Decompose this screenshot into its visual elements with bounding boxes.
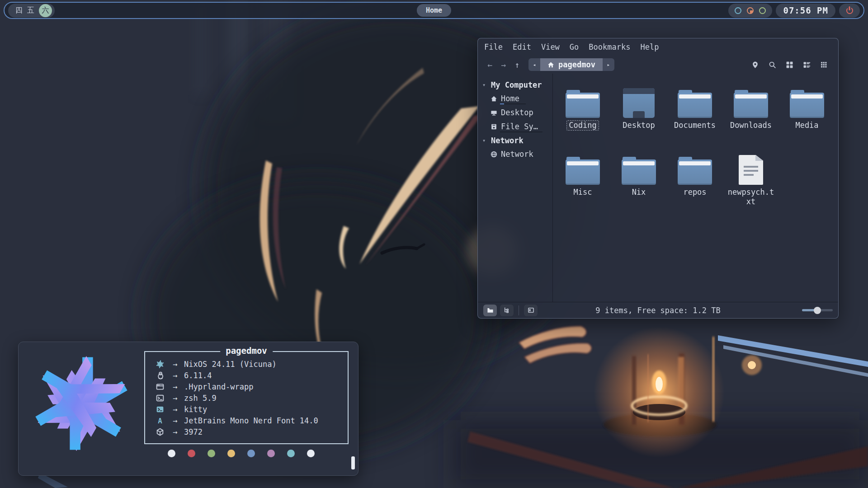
file-desktop[interactable]: Desktop [612,85,665,152]
tree-view-button[interactable] [500,305,514,316]
fetch-row-nixos: → NixOS 24.11 (Vicuna) [154,358,348,370]
current-path-tab[interactable]: pagedmov [540,58,603,71]
folder-icon [566,157,600,185]
tray-orange-ring[interactable] [747,7,754,14]
file-documents[interactable]: Documents [668,85,722,152]
filesystem-icon [491,123,497,130]
menu-view[interactable]: View [536,42,565,53]
menu-go[interactable]: Go [565,42,584,53]
menu-bookmarks[interactable]: Bookmarks [584,42,635,53]
power-button[interactable] [839,4,860,18]
up-button[interactable]: ↑ [510,58,524,71]
zoom-slider[interactable] [802,309,833,311]
expander-icon[interactable]: ▾ [482,137,487,144]
workspace-1[interactable]: 四 [15,7,23,14]
places-icon [751,61,759,69]
fetch-value: 6.11.4 [184,371,212,380]
palette-dot-2 [208,450,215,457]
file-media[interactable]: Media [780,85,834,152]
back-button[interactable]: ← [483,58,497,71]
desktop-icon [491,109,497,116]
file-label: Desktop [620,120,657,131]
sidebar-header-network[interactable]: ▾Network [478,134,552,147]
file-label: newpsych.txt [724,187,778,207]
file-nix[interactable]: Nix [612,152,665,219]
workspace-2[interactable]: 五 [27,7,34,14]
sidebar-item-network[interactable]: Network [478,147,552,161]
palette-dot-3 [227,450,235,457]
side-panel-icon [528,307,534,314]
places-sidebar: ▾My ComputerHomeDesktopFile Sy…▾NetworkN… [478,74,553,302]
tab-scroll-left-icon[interactable]: ◂ [528,58,540,71]
workspace-3-active[interactable]: 六 [39,4,52,17]
menu-file[interactable]: File [484,42,508,53]
fetch-value: 3972 [184,427,203,436]
compact-view-button[interactable] [818,59,829,70]
menu-edit[interactable]: Edit [508,42,536,53]
folder-icon [678,157,712,185]
search-button[interactable] [767,59,778,70]
workspaces-pill: 四五六 [8,4,55,18]
text-file-icon [739,155,763,185]
shell-icon [154,394,166,402]
sidebar-item-filesy[interactable]: File Sy… [478,120,552,134]
palette-dot-5 [267,450,275,457]
file-label: Nix [630,187,648,197]
tab-scroll-right-icon[interactable]: ▸ [603,58,614,71]
compact-view-icon [820,61,828,69]
home-icon [491,95,497,102]
icon-view-icon [786,61,793,69]
home-icon [547,61,554,68]
file-label: Media [793,120,821,131]
terminal-color-palette [168,450,315,457]
arrow-icon: → [166,405,184,414]
list-view-button[interactable] [801,59,812,70]
arrow-icon: → [166,427,184,436]
file-repos[interactable]: repos [668,152,722,219]
sidebar-header-my-computer[interactable]: ▾My Computer [478,78,552,92]
zoom-slider-knob[interactable] [814,307,821,314]
fetch-hostname: pagedmov [220,346,273,356]
toolbar: ← → ↑ ◂ pagedmov ▸ [478,55,838,75]
font-icon: A [156,417,164,425]
fetch-value: .Hyprland-wrapp [184,382,254,391]
icon-view-button[interactable] [784,59,795,70]
palette-dot-6 [287,450,295,457]
nixos-icon [154,360,166,368]
menu-help[interactable]: Help [635,42,664,53]
file-coding[interactable]: Coding [556,85,609,152]
scrollbar-thumb[interactable] [351,456,355,469]
places-button[interactable] [750,59,760,70]
fetch-row-terminal: → kitty [154,404,348,415]
fetch-row-font: A → JetBrains Mono Nerd Font 14.0 [154,415,348,426]
status-text: 9 items, Free space: 1.2 TB [595,306,720,315]
palette-dot-7 [307,450,315,457]
folder-icon [790,90,824,118]
tray-blue-ring[interactable] [735,7,741,14]
font-icon: A [154,417,166,425]
file-label: Misc [571,187,594,197]
tray-pill [728,4,772,18]
expander-icon[interactable]: ▾ [482,82,487,88]
window-manager-icon [156,383,164,391]
sidebar-item-desktop[interactable]: Desktop [478,106,552,120]
tray-green-ring[interactable] [759,7,766,14]
search-icon [769,61,776,69]
folder-icon [566,90,600,118]
packages-icon [154,428,166,436]
file-misc[interactable]: Misc [556,152,609,219]
file-downloads[interactable]: Downloads [724,85,778,152]
sidebar-item-home[interactable]: Home [478,92,552,106]
panel-toggle-button[interactable] [524,305,538,316]
window-body: ▾My ComputerHomeDesktopFile Sy…▾NetworkN… [478,74,838,302]
packages-icon [156,428,164,436]
clock[interactable]: 07:56 PM [776,4,835,18]
forward-button[interactable]: → [497,58,510,71]
view-buttons [750,59,833,70]
file-newpsych-txt[interactable]: newpsych.txt [724,152,778,219]
path-bar: ◂ pagedmov ▸ [528,58,614,71]
palette-dot-1 [188,450,195,457]
bar-right-group: 07:56 PM [728,4,860,18]
tree-icon [504,307,510,314]
folder-view-button[interactable] [483,305,497,316]
